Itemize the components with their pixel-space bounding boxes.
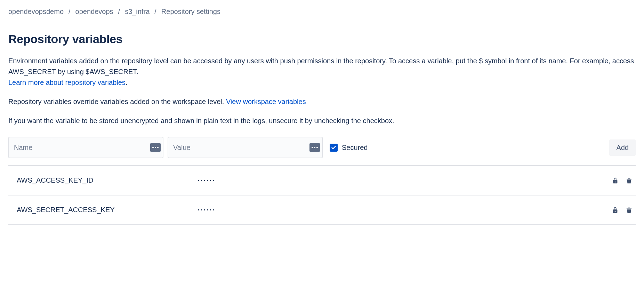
trash-icon[interactable] (625, 177, 633, 184)
workspace-variables-link[interactable]: View workspace variables (226, 98, 306, 105)
breadcrumb-separator: / (154, 8, 156, 16)
lock-icon[interactable] (611, 206, 619, 214)
breadcrumb-item-workspace[interactable]: opendevopsdemo (8, 8, 64, 16)
lock-icon[interactable] (611, 177, 619, 184)
page-description-1: Environment variables added on the repos… (8, 56, 636, 88)
page-description-2: Repository variables override variables … (8, 96, 636, 107)
desc2-text: Repository variables override variables … (8, 98, 226, 105)
variable-value: ······ (198, 206, 611, 214)
breadcrumb-separator: / (118, 8, 120, 16)
learn-more-link[interactable]: Learn more about repository variables (8, 79, 126, 86)
value-input[interactable] (168, 137, 323, 158)
add-variable-form: Secured Add (8, 137, 636, 158)
row-actions (611, 177, 636, 184)
breadcrumb-item-repo[interactable]: s3_infra (125, 8, 150, 16)
generate-icon[interactable] (150, 143, 161, 152)
breadcrumb-item-project[interactable]: opendevops (75, 8, 113, 16)
page-title: Repository variables (8, 32, 636, 46)
table-row: AWS_SECRET_ACCESS_KEY ······ (8, 195, 636, 225)
variables-table: AWS_ACCESS_KEY_ID ······ AWS_SECRET_ACCE… (8, 165, 636, 225)
name-input[interactable] (8, 137, 163, 158)
trash-icon[interactable] (625, 206, 633, 214)
desc1-text: Environment variables added on the repos… (8, 57, 634, 75)
variable-name: AWS_ACCESS_KEY_ID (17, 176, 198, 184)
generate-icon[interactable] (309, 143, 320, 152)
page-description-3: If you want the variable to be stored un… (8, 115, 636, 126)
name-input-wrap (8, 137, 163, 158)
variable-value: ······ (198, 176, 611, 184)
breadcrumb-separator: / (69, 8, 71, 16)
checkbox-icon (330, 144, 338, 152)
add-button[interactable]: Add (609, 139, 636, 156)
variable-name: AWS_SECRET_ACCESS_KEY (17, 206, 198, 214)
table-row: AWS_ACCESS_KEY_ID ······ (8, 166, 636, 195)
secured-label: Secured (342, 144, 368, 152)
breadcrumb: opendevopsdemo / opendevops / s3_infra /… (8, 8, 636, 16)
breadcrumb-item-settings[interactable]: Repository settings (161, 8, 220, 16)
value-input-wrap (168, 137, 323, 158)
row-actions (611, 206, 636, 214)
secured-checkbox[interactable]: Secured (330, 144, 368, 152)
